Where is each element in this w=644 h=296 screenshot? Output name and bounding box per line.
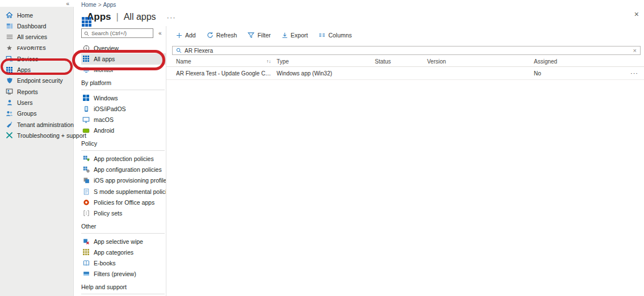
blade-item-overview[interactable]: Overview [81, 43, 166, 53]
title-separator: | [116, 12, 119, 22]
reports-icon [6, 88, 13, 95]
title-more-button[interactable]: ··· [167, 13, 176, 22]
blade-section-title: By platform [81, 79, 166, 88]
search-icon [176, 45, 182, 56]
policy-sets-icon [82, 210, 90, 217]
blade-section-help-and-support: Help and support [81, 284, 166, 294]
filters-icon [82, 270, 90, 278]
blade-item-windows[interactable]: Windows [81, 92, 166, 103]
sidebar-item-groups[interactable]: Groups [0, 108, 73, 119]
blade-item-app-configuration-policies[interactable]: App configuration policies [81, 164, 166, 175]
sidebar-item-endpoint-security[interactable]: Endpoint security [0, 75, 73, 86]
blade-search-input[interactable] [91, 30, 150, 36]
toolbar-label: Refresh [216, 32, 237, 39]
sidebar-item-all-services[interactable]: All services [0, 32, 73, 43]
column-header-type[interactable]: Type [277, 58, 375, 65]
filter-button[interactable]: Filter [248, 32, 270, 39]
blade-section-title: Policy [81, 140, 166, 149]
blade-item-s-mode-supplemental-policies[interactable]: S mode supplemental policies [81, 186, 166, 197]
user-icon [6, 99, 13, 107]
blade-search-box [81, 28, 153, 38]
sidebar-item-tenant-administration[interactable]: Tenant administration [0, 119, 73, 130]
book-icon [82, 260, 90, 267]
columns-icon [319, 32, 325, 39]
blade-section-title: Help and support [81, 284, 166, 293]
blade-item-label: Overview [94, 45, 119, 52]
all-services-icon [6, 33, 13, 41]
breadcrumb-separator: > [98, 2, 102, 8]
toolbar-label: Export [291, 32, 308, 39]
blade-item-all-apps[interactable]: All apps [81, 53, 166, 64]
blade-item-label: E-books [94, 260, 116, 267]
sidebar-item-devices[interactable]: Devices [0, 53, 73, 64]
blade-item-label: Monitor [94, 66, 114, 73]
column-header-status[interactable]: Status [375, 58, 427, 65]
toolbar-label: Add [185, 32, 196, 39]
tenant-icon [6, 121, 13, 128]
blade-item-app-categories[interactable]: App categories [81, 247, 166, 257]
breadcrumb: Home>Apps [74, 0, 644, 8]
blade-item-ios-ipados[interactable]: iOS/iPadOS [81, 103, 166, 114]
toolbar-label: Filter [257, 32, 270, 39]
categories-grid-icon [82, 248, 90, 256]
blade-item-label: All apps [94, 56, 115, 62]
android-icon [82, 127, 90, 134]
blade-item-policy-sets[interactable]: Policy sets [81, 208, 166, 219]
sidebar-item-dashboard[interactable]: Dashboard [0, 20, 73, 31]
blade-item-app-selective-wipe[interactable]: App selective wipe [81, 236, 166, 247]
command-bar: Add Refresh Filter Export [166, 29, 644, 41]
home-icon [6, 11, 13, 19]
blade-item-e-books[interactable]: E-books [81, 257, 166, 268]
left-sidebar: « Home Dashboard All services FAVORITES … [0, 0, 74, 296]
columns-button[interactable]: Columns [319, 32, 352, 39]
filter-funnel-icon [248, 32, 254, 39]
blade-item-ios-app-provisioning-profiles[interactable]: iOS app provisioning profiles [81, 175, 166, 186]
blade-item-label: App protection policies [94, 155, 154, 162]
blade-menu: « Overview All apps Monitor By platform [74, 26, 166, 296]
column-header-name[interactable]: Name [176, 58, 191, 65]
sidebar-collapse-icon[interactable]: « [66, 1, 69, 7]
blade-item-android[interactable]: Android [81, 125, 166, 136]
sidebar-item-label: Groups [17, 110, 36, 117]
row-more-button[interactable]: ··· [621, 70, 638, 77]
blade-item-label: iOS app provisioning profiles [94, 177, 166, 184]
close-blade-icon[interactable]: × [634, 10, 639, 18]
sidebar-item-label: Tenant administration [17, 121, 74, 128]
sidebar-item-troubleshooting[interactable]: Troubleshooting + support [0, 130, 73, 141]
blade-item-policies-for-office-apps[interactable]: Policies for Office apps [81, 197, 166, 208]
blade-item-label: Android [94, 127, 114, 134]
refresh-button[interactable]: Refresh [207, 32, 237, 39]
sidebar-item-label: Endpoint security [17, 77, 63, 84]
sidebar-item-reports[interactable]: Reports [0, 86, 73, 97]
search-filter-input[interactable] [185, 48, 630, 54]
add-button[interactable]: Add [176, 32, 196, 39]
breadcrumb-home[interactable]: Home [81, 2, 97, 8]
sort-icon[interactable]: ↑↓ [266, 59, 271, 64]
export-button[interactable]: Export [282, 32, 308, 39]
blade-item-macos[interactable]: macOS [81, 114, 166, 125]
blade-section-policy: Policy [81, 140, 166, 151]
blade-item-app-protection-policies[interactable]: App protection policies [81, 153, 166, 164]
blade-collapse-icon[interactable]: « [158, 30, 162, 36]
column-header-assigned[interactable]: Assigned [534, 58, 621, 65]
clear-filter-icon[interactable]: × [633, 47, 637, 54]
blade-header: Apps | All apps ··· [74, 8, 644, 26]
blade-item-label: Filters (preview) [94, 270, 136, 277]
sidebar-item-users[interactable]: Users [0, 97, 73, 108]
sidebar-item-label: All services [17, 33, 47, 40]
page-subtitle: All apps [124, 12, 156, 22]
devices-icon [6, 55, 13, 62]
sidebar-item-apps[interactable]: Apps [0, 64, 73, 75]
blade-item-monitor[interactable]: Monitor [81, 65, 166, 75]
breadcrumb-apps[interactable]: Apps [103, 2, 116, 8]
blade-item-label: iOS/iPadOS [94, 105, 126, 112]
column-header-version[interactable]: Version [427, 58, 534, 65]
blade-item-label: Windows [94, 95, 118, 102]
blade-item-filters-preview[interactable]: Filters (preview) [81, 269, 166, 280]
sidebar-item-label: Devices [17, 56, 38, 62]
table-header: Name ↑↓ Type Status Version Assigned [166, 56, 644, 67]
cell-name[interactable]: AR Flexera Test - Update Google Chrome 8… [176, 70, 277, 77]
table-row[interactable]: AR Flexera Test - Update Google Chrome 8… [166, 67, 644, 80]
sidebar-item-home[interactable]: Home [0, 10, 73, 20]
cell-assigned: No [534, 70, 621, 77]
